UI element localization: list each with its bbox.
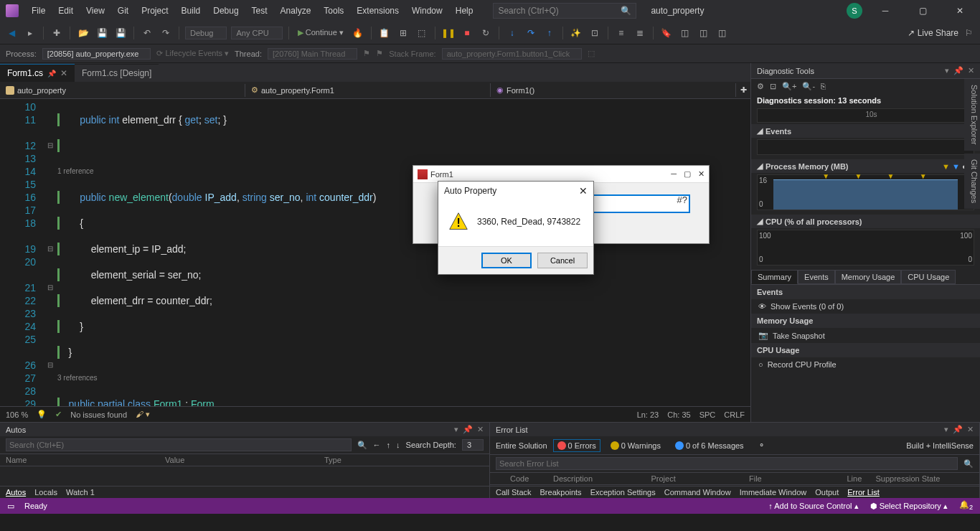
form-maximize[interactable]: ▢ xyxy=(684,169,691,179)
lightbulb-icon[interactable]: 💡 xyxy=(37,410,47,419)
diag-record-cpu[interactable]: ○ Record CPU Profile xyxy=(751,357,980,372)
filter-messages[interactable]: 0 of 6 Messages xyxy=(671,439,748,452)
tab-breakpoints[interactable]: Breakpoints xyxy=(540,488,582,497)
search-icon[interactable]: 🔍 xyxy=(963,459,974,469)
step-into-icon[interactable]: ↓ xyxy=(505,26,519,40)
diag-tab-summary[interactable]: Summary xyxy=(751,270,798,284)
close-icon[interactable]: ✕ xyxy=(477,425,484,434)
code-content[interactable]: public int element_drr { get; set; } 1 r… xyxy=(57,99,750,406)
reset-icon[interactable]: ⎘ xyxy=(821,82,826,91)
menu-tools[interactable]: Tools xyxy=(318,3,349,19)
gear-icon[interactable]: ⚙ xyxy=(757,82,764,91)
tool-icon-9[interactable]: ◫ xyxy=(678,26,692,40)
scope-combo[interactable]: Entire Solution xyxy=(496,441,547,450)
diag-timeline[interactable]: 10s xyxy=(757,108,974,123)
open-icon[interactable]: 📂 xyxy=(76,26,90,40)
menu-build[interactable]: Build xyxy=(176,3,207,19)
nav-back[interactable]: ◀ xyxy=(4,26,19,40)
save-all-icon[interactable]: 💾 xyxy=(113,26,128,40)
window-close[interactable]: ✕ xyxy=(946,0,974,22)
diag-events-chart[interactable] xyxy=(757,139,974,155)
nav-class[interactable]: ⚙auto_property.Form1 xyxy=(245,83,491,97)
code-editor[interactable]: 1011121314151617181920212223242526272829… xyxy=(0,99,750,406)
stop-icon[interactable]: ■ xyxy=(460,26,474,40)
save-icon[interactable]: 💾 xyxy=(95,26,109,40)
diag-tab-events[interactable]: Events xyxy=(798,270,835,284)
tab-callstack[interactable]: Call Stack xyxy=(496,488,532,497)
indent[interactable]: SPC xyxy=(699,410,716,419)
nav-method[interactable]: ◉Form1() xyxy=(491,83,736,97)
menu-git[interactable]: Git xyxy=(112,3,134,19)
more-icon[interactable]: ⬚ xyxy=(588,49,595,58)
live-share-button[interactable]: ↗ Live Share xyxy=(908,28,958,38)
continue-button[interactable]: ▶ Continue ▾ xyxy=(295,27,347,39)
tool-icon-3[interactable]: ⬚ xyxy=(415,26,429,40)
tool-icon-7[interactable]: ≣ xyxy=(633,26,647,40)
tab-form1-cs[interactable]: Form1.cs 📌 ✕ xyxy=(0,64,75,82)
nav-fwd[interactable]: ▸ xyxy=(23,26,37,40)
notifications[interactable]: 🔔2 xyxy=(959,500,973,511)
hot-reload-icon[interactable]: 🔥 xyxy=(351,26,365,40)
tab-autos[interactable]: Autos xyxy=(6,488,26,497)
tool-icon-5[interactable]: ⊡ xyxy=(588,26,602,40)
diag-cpu-header[interactable]: ◢ CPU (% of all processors) xyxy=(751,215,980,228)
global-search[interactable]: Search (Ctrl+Q) 🔍 xyxy=(493,3,636,19)
close-icon[interactable]: ✕ xyxy=(968,66,974,75)
filter-errors[interactable]: 0 Errors xyxy=(553,439,600,452)
errors-search[interactable] xyxy=(496,457,958,470)
close-icon[interactable]: ✕ xyxy=(60,68,67,78)
fold-column[interactable]: ⊟⊟⊟⊟ xyxy=(43,99,57,406)
eol[interactable]: CRLF xyxy=(724,410,745,419)
step-out-icon[interactable]: ↑ xyxy=(542,26,557,40)
window-maximize[interactable]: ▢ xyxy=(908,0,937,22)
process-combo[interactable]: [20856] auto_property.exe xyxy=(42,48,151,60)
brush-icon[interactable]: 🖌 ▾ xyxy=(136,410,150,419)
menu-file[interactable]: File xyxy=(26,3,51,19)
flag-icon[interactable]: ⚑ xyxy=(363,49,370,58)
side-tab-solution-explorer[interactable]: Solution Explorer xyxy=(964,79,980,151)
filter-warnings[interactable]: 0 Warnings xyxy=(606,439,665,452)
thread-combo[interactable]: [20760] Main Thread xyxy=(268,48,357,60)
pause-icon[interactable]: ❚❚ xyxy=(441,26,456,40)
undo-icon[interactable]: ↶ xyxy=(140,26,154,40)
tab-immediate-window[interactable]: Immediate Window xyxy=(740,488,807,497)
flag2-icon[interactable]: ⚑ xyxy=(376,49,383,58)
restart-icon[interactable]: ↻ xyxy=(479,26,493,40)
new-item-icon[interactable]: ✚ xyxy=(50,26,64,40)
depth-combo[interactable]: 3 xyxy=(462,439,484,451)
messagebox-ok-button[interactable]: OK xyxy=(481,253,532,268)
platform-combo[interactable]: Any CPU xyxy=(231,27,282,39)
zoom-in-icon[interactable]: 🔍+ xyxy=(782,82,796,91)
issues-text[interactable]: No issues found xyxy=(70,410,127,419)
feedback-icon[interactable]: ⚐ xyxy=(961,26,976,40)
search-icon[interactable]: 🔍 xyxy=(357,441,367,450)
diag-cpu-chart[interactable]: 100100 00 xyxy=(757,230,974,266)
diag-show-events[interactable]: 👁 Show Events (0 of 0) xyxy=(751,299,980,314)
form-minimize[interactable]: ─ xyxy=(671,169,677,179)
config-combo[interactable]: Debug xyxy=(185,27,227,39)
close-icon[interactable]: ✕ xyxy=(967,425,974,434)
zoom[interactable]: 106 % xyxy=(6,410,28,419)
tab-error-list[interactable]: Error List xyxy=(847,488,880,497)
menu-analyze[interactable]: Analyze xyxy=(275,3,317,19)
diag-memory-header[interactable]: ◢ Process Memory (MB) ▼ ▼ ● P xyxy=(751,159,980,173)
tab-command-window[interactable]: Command Window xyxy=(664,488,731,497)
side-tab-git-changes[interactable]: Git Changes xyxy=(964,154,980,209)
menu-help[interactable]: Help xyxy=(450,3,479,19)
diag-events-header[interactable]: ◢ Events xyxy=(751,124,980,138)
dropdown-icon[interactable]: ▾ xyxy=(945,66,949,75)
user-avatar[interactable]: S xyxy=(847,3,862,19)
redo-icon[interactable]: ↷ xyxy=(159,26,173,40)
form-close[interactable]: ✕ xyxy=(698,169,705,179)
menu-project[interactable]: Project xyxy=(136,3,174,19)
select-repository[interactable]: ⬢ Select Repository ▴ xyxy=(870,502,948,511)
step-over-icon[interactable]: ↷ xyxy=(524,26,538,40)
tool-icon-2[interactable]: ⊞ xyxy=(396,26,410,40)
tab-exception-settings[interactable]: Exception Settings xyxy=(590,488,656,497)
diag-tab-cpu[interactable]: CPU Usage xyxy=(901,270,956,284)
filter-build-lint[interactable]: ⚬ xyxy=(754,438,769,452)
pin-icon[interactable]: 📌 xyxy=(953,425,963,434)
menu-debug[interactable]: Debug xyxy=(207,3,244,19)
diag-take-snapshot[interactable]: 📷 Take Snapshot xyxy=(751,328,980,343)
zoom-out-icon[interactable]: 🔍- xyxy=(802,82,815,91)
